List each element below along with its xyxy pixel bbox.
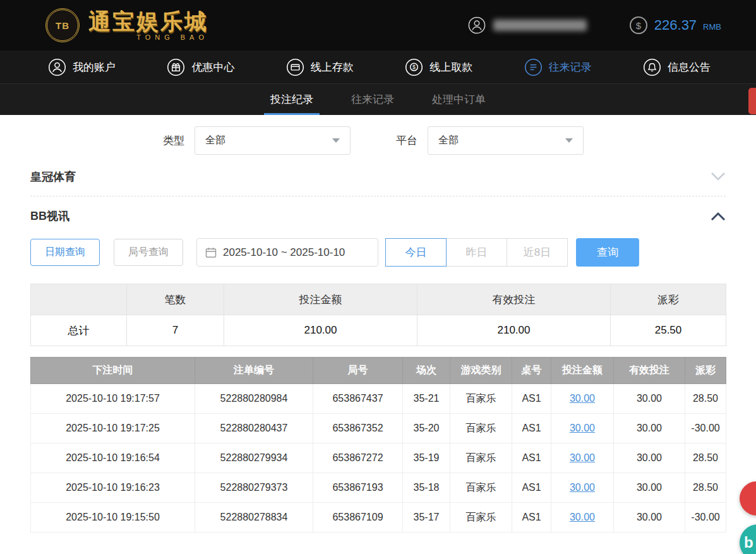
bet-amount-link[interactable]: 30.00 (570, 423, 595, 433)
type-select[interactable]: 全部 (195, 126, 351, 155)
col-round-id: 局号 (313, 358, 403, 384)
records-header-row: 下注时间 注单编号 局号 场次 游戏类别 桌号 投注金额 有效投注 派彩 (31, 358, 726, 384)
gift-icon (167, 58, 185, 76)
cell-bet-amount: 30.00 (551, 503, 614, 533)
chevron-down-icon (565, 138, 573, 143)
cell-bet-amount: 30.00 (551, 473, 614, 503)
today-button[interactable]: 今日 (385, 238, 447, 267)
user-avatar-icon (468, 16, 486, 34)
yesterday-button[interactable]: 昨日 (446, 238, 507, 267)
cell-payout: -30.00 (685, 414, 726, 443)
col-order-id: 注单编号 (195, 358, 313, 384)
side-flag-widget[interactable] (748, 88, 756, 114)
bet-amount-link[interactable]: 30.00 (570, 512, 595, 522)
chevron-down-icon (332, 138, 340, 143)
table-row: 2025-10-10 19:16:23 522880279373 6538671… (31, 473, 726, 503)
nav-label: 往来记录 (549, 60, 592, 75)
bet-amount-link[interactable]: 30.00 (570, 482, 595, 493)
cell-game-type: 百家乐 (450, 384, 512, 414)
nav-item-my-account[interactable]: 我的账户 (48, 58, 116, 76)
coin-icon: $ (629, 16, 648, 35)
nav-item-withdraw[interactable]: $ 线上取款 (405, 58, 472, 76)
search-button[interactable]: 查询 (576, 238, 639, 267)
type-filter-label: 类型 (163, 133, 184, 148)
last-8-days-button[interactable]: 近8日 (507, 238, 568, 267)
section-bb-video[interactable]: BB视讯 (30, 196, 726, 236)
nav-item-promotions[interactable]: 优惠中心 (167, 58, 234, 76)
balance-currency: RMB (703, 22, 721, 32)
cell-table-no: AS1 (512, 384, 551, 414)
cell-round-id: 653867193 (313, 473, 403, 503)
cell-round-id: 653867109 (313, 503, 403, 533)
table-row: 2025-10-10 19:15:50 522880278834 6538671… (31, 503, 726, 533)
summary-count: 7 (127, 315, 224, 346)
section-title: BB视讯 (30, 208, 69, 224)
platform-select[interactable]: 全部 (428, 126, 584, 155)
cell-valid-bet: 30.00 (614, 414, 685, 443)
summary-header-bet-amount: 投注金额 (224, 284, 417, 315)
balance[interactable]: $ 226.37 RMB (629, 16, 721, 35)
cell-bet-amount: 30.00 (551, 384, 614, 414)
summary-header-row: 笔数 投注金额 有效投注 派彩 (31, 284, 726, 315)
nav-item-announcements[interactable]: 信息公告 (643, 58, 711, 76)
summary-header-valid-bet: 有效投注 (417, 284, 611, 315)
col-table-no: 桌号 (512, 358, 551, 384)
logo-chip-icon: TB (45, 8, 80, 42)
bet-amount-link[interactable]: 30.00 (570, 393, 595, 404)
table-row: 2025-10-10 19:17:25 522880280437 6538673… (31, 414, 726, 443)
cell-table-no: AS1 (512, 443, 551, 473)
svg-text:$: $ (636, 20, 642, 31)
nav-label: 线上取款 (429, 60, 472, 75)
top-bar: TB 通宝娱乐城 TONG BAO $ 226.37 RMB (0, 0, 756, 51)
cell-session: 35-21 (403, 384, 450, 414)
records-table: 下注时间 注单编号 局号 场次 游戏类别 桌号 投注金额 有效投注 派彩 202… (30, 357, 726, 533)
summary-header-count: 笔数 (127, 284, 224, 315)
cell-payout: 28.50 (685, 384, 726, 414)
cell-table-no: AS1 (512, 473, 551, 503)
date-range-value: 2025-10-10 ~ 2025-10-10 (223, 246, 345, 259)
cell-bet-time: 2025-10-10 19:17:25 (31, 414, 195, 443)
tab-pending-orders[interactable]: 处理中订单 (429, 84, 488, 115)
username-redacted[interactable] (493, 20, 587, 31)
nav-item-deposit[interactable]: 线上存款 (286, 58, 354, 76)
filter-row: 类型 全部 平台 全部 (163, 126, 726, 155)
cell-bet-time: 2025-10-10 19:15:50 (31, 503, 195, 533)
cell-table-no: AS1 (512, 503, 551, 533)
summary-header-empty (31, 284, 127, 315)
nav-label: 线上存款 (311, 60, 354, 75)
round-query-button[interactable]: 局号查询 (114, 239, 183, 266)
nav-label: 我的账户 (73, 60, 116, 75)
cell-table-no: AS1 (512, 414, 551, 443)
tab-transaction-records[interactable]: 往来记录 (349, 84, 397, 115)
date-range-input[interactable]: 2025-10-10 ~ 2025-10-10 (196, 238, 378, 267)
cell-game-type: 百家乐 (450, 443, 512, 473)
brand-logo[interactable]: TB 通宝娱乐城 TONG BAO (45, 8, 208, 42)
tab-bet-records[interactable]: 投注纪录 (268, 84, 316, 115)
col-valid-bet: 有效投注 (614, 358, 685, 384)
cell-payout: 28.50 (685, 443, 726, 473)
type-select-value: 全部 (205, 134, 225, 147)
summary-valid-bet: 210.00 (417, 315, 611, 346)
query-controls: 日期查询 局号查询 2025-10-10 ~ 2025-10-10 今日 昨日 … (30, 238, 726, 267)
calendar-icon (205, 247, 217, 258)
section-title: 皇冠体育 (30, 169, 76, 184)
cell-game-type: 百家乐 (450, 503, 512, 533)
user-icon (48, 58, 66, 76)
nav-label: 信息公告 (668, 60, 711, 75)
cell-bet-time: 2025-10-10 19:17:57 (31, 384, 195, 414)
cell-session: 35-20 (403, 414, 450, 443)
col-bet-time: 下注时间 (31, 358, 195, 384)
chevron-up-icon[interactable] (711, 212, 726, 221)
cell-order-id: 522880278834 (195, 503, 313, 533)
chevron-down-icon[interactable] (711, 172, 726, 181)
cell-session: 35-18 (403, 473, 450, 503)
section-crown-sports[interactable]: 皇冠体育 (30, 157, 726, 196)
date-query-button[interactable]: 日期查询 (30, 239, 100, 266)
bet-amount-link[interactable]: 30.00 (570, 452, 595, 463)
nav-item-transaction-records[interactable]: 往来记录 (524, 58, 592, 76)
tab-label: 往来记录 (351, 92, 394, 107)
summary-total-row: 总计 7 210.00 210.00 25.50 (31, 315, 726, 346)
col-game-type: 游戏类别 (450, 358, 512, 384)
withdraw-coin-icon: $ (405, 58, 423, 76)
cell-session: 35-17 (403, 503, 450, 533)
